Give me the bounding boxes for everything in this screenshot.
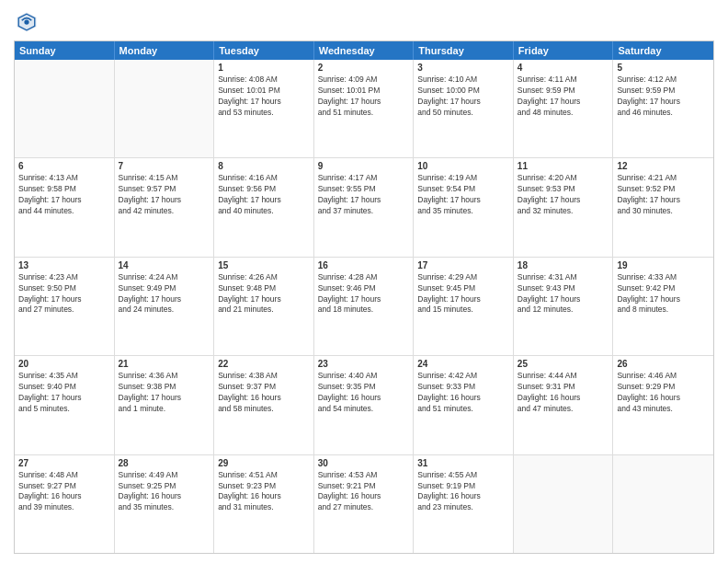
cell-info-line: Sunset: 9:46 PM bbox=[318, 283, 410, 294]
day-number: 5 bbox=[617, 63, 710, 73]
cell-info-line: Sunset: 9:57 PM bbox=[119, 184, 210, 195]
cell-info-line: Sunrise: 4:29 AM bbox=[417, 272, 509, 283]
day-cell-26: 26Sunrise: 4:46 AMSunset: 9:29 PMDayligh… bbox=[613, 356, 713, 454]
week-row-3: 13Sunrise: 4:23 AMSunset: 9:50 PMDayligh… bbox=[15, 258, 713, 356]
day-cell-28: 28Sunrise: 4:49 AMSunset: 9:25 PMDayligh… bbox=[115, 455, 215, 553]
cell-info-line: Daylight: 17 hours bbox=[617, 97, 710, 108]
cell-info-line: and 8 minutes. bbox=[617, 304, 710, 316]
cell-info-line: and 31 minutes. bbox=[218, 502, 310, 513]
cell-info-line: Sunset: 10:01 PM bbox=[218, 86, 310, 97]
day-number: 20 bbox=[18, 359, 110, 369]
cell-info-line: Sunset: 9:55 PM bbox=[318, 184, 410, 195]
day-cell-20: 20Sunrise: 4:35 AMSunset: 9:40 PMDayligh… bbox=[15, 356, 115, 454]
day-cell-10: 10Sunrise: 4:19 AMSunset: 9:54 PMDayligh… bbox=[414, 158, 514, 256]
cell-info-line: Sunset: 9:42 PM bbox=[617, 283, 710, 294]
week-row-1: 1Sunrise: 4:08 AMSunset: 10:01 PMDayligh… bbox=[15, 60, 713, 158]
day-cell-25: 25Sunrise: 4:44 AMSunset: 9:31 PMDayligh… bbox=[514, 356, 614, 454]
cell-info-line: and 21 minutes. bbox=[218, 304, 310, 316]
cell-info-line: Sunset: 9:59 PM bbox=[518, 86, 609, 97]
week-row-4: 20Sunrise: 4:35 AMSunset: 9:40 PMDayligh… bbox=[15, 356, 713, 454]
day-number: 11 bbox=[518, 161, 609, 171]
day-cell-13: 13Sunrise: 4:23 AMSunset: 9:50 PMDayligh… bbox=[15, 258, 115, 355]
cell-info-line: Daylight: 16 hours bbox=[417, 491, 509, 502]
cell-info-line: Sunset: 9:43 PM bbox=[518, 283, 609, 294]
day-cell-31: 31Sunrise: 4:55 AMSunset: 9:19 PMDayligh… bbox=[414, 455, 514, 553]
day-cell-19: 19Sunrise: 4:33 AMSunset: 9:42 PMDayligh… bbox=[613, 258, 713, 355]
cell-info-line: Sunset: 9:50 PM bbox=[18, 283, 110, 294]
day-number: 28 bbox=[119, 458, 210, 468]
day-number: 10 bbox=[417, 161, 509, 171]
cell-info-line: Sunset: 9:58 PM bbox=[18, 184, 110, 195]
day-number: 15 bbox=[218, 260, 310, 270]
day-cell-21: 21Sunrise: 4:36 AMSunset: 9:38 PMDayligh… bbox=[115, 356, 215, 454]
cell-info-line: Sunrise: 4:51 AM bbox=[218, 470, 310, 481]
day-cell-17: 17Sunrise: 4:29 AMSunset: 9:45 PMDayligh… bbox=[414, 258, 514, 355]
cell-info-line: Daylight: 17 hours bbox=[218, 195, 310, 206]
cell-info-line: and 54 minutes. bbox=[318, 404, 410, 415]
cell-info-line: Sunset: 9:31 PM bbox=[518, 382, 609, 393]
day-number: 23 bbox=[318, 359, 410, 369]
day-cell-24: 24Sunrise: 4:42 AMSunset: 9:33 PMDayligh… bbox=[414, 356, 514, 454]
cell-info-line: and 15 minutes. bbox=[417, 304, 509, 316]
cell-info-line: Sunset: 9:40 PM bbox=[18, 382, 110, 393]
cell-info-line: Sunset: 10:01 PM bbox=[318, 86, 410, 97]
cell-info-line: Sunrise: 4:42 AM bbox=[417, 371, 509, 382]
cell-info-line: Daylight: 17 hours bbox=[218, 294, 310, 305]
cell-info-line: Sunset: 9:25 PM bbox=[119, 481, 210, 492]
day-cell-4: 4Sunrise: 4:11 AMSunset: 9:59 PMDaylight… bbox=[514, 60, 614, 157]
cell-info-line: Daylight: 17 hours bbox=[617, 195, 710, 206]
cell-info-line: Daylight: 17 hours bbox=[119, 195, 210, 206]
cell-info-line: Sunset: 9:52 PM bbox=[617, 184, 710, 195]
cell-info-line: Daylight: 17 hours bbox=[119, 294, 210, 305]
cell-info-line: Daylight: 16 hours bbox=[18, 491, 110, 502]
header bbox=[14, 9, 714, 35]
week-row-2: 6Sunrise: 4:13 AMSunset: 9:58 PMDaylight… bbox=[15, 158, 713, 257]
logo-icon bbox=[14, 9, 40, 35]
cell-info-line: and 18 minutes. bbox=[318, 304, 410, 316]
cell-info-line: Sunrise: 4:35 AM bbox=[18, 371, 110, 382]
cell-info-line: Daylight: 16 hours bbox=[218, 393, 310, 404]
cell-info-line: Sunset: 9:49 PM bbox=[119, 283, 210, 294]
calendar-header: SundayMondayTuesdayWednesdayThursdayFrid… bbox=[15, 41, 713, 60]
day-number: 9 bbox=[318, 161, 410, 171]
day-cell-3: 3Sunrise: 4:10 AMSunset: 10:00 PMDayligh… bbox=[414, 60, 514, 157]
day-number: 14 bbox=[119, 260, 210, 270]
day-of-week-thursday: Thursday bbox=[414, 41, 514, 60]
calendar-body: 1Sunrise: 4:08 AMSunset: 10:01 PMDayligh… bbox=[15, 60, 713, 553]
day-number: 16 bbox=[318, 260, 410, 270]
cell-info-line: Sunrise: 4:28 AM bbox=[318, 272, 410, 283]
cell-info-line: and 43 minutes. bbox=[617, 404, 710, 415]
cell-info-line: Sunrise: 4:08 AM bbox=[218, 75, 310, 86]
cell-info-line: and 40 minutes. bbox=[218, 206, 310, 217]
day-number: 1 bbox=[218, 63, 310, 73]
cell-info-line: Daylight: 17 hours bbox=[119, 393, 210, 404]
cell-info-line: Daylight: 17 hours bbox=[18, 294, 110, 305]
cell-info-line: Sunset: 9:37 PM bbox=[218, 382, 310, 393]
day-of-week-monday: Monday bbox=[115, 41, 215, 60]
day-number: 22 bbox=[218, 359, 310, 369]
cell-info-line: Sunset: 9:56 PM bbox=[218, 184, 310, 195]
cell-info-line: Daylight: 17 hours bbox=[417, 195, 509, 206]
day-cell-11: 11Sunrise: 4:20 AMSunset: 9:53 PMDayligh… bbox=[514, 158, 614, 256]
cell-info-line: and 5 minutes. bbox=[18, 404, 110, 415]
cell-info-line: Sunset: 9:33 PM bbox=[417, 382, 509, 393]
cell-info-line: Daylight: 17 hours bbox=[518, 97, 609, 108]
cell-info-line: Daylight: 16 hours bbox=[119, 491, 210, 502]
day-of-week-friday: Friday bbox=[514, 41, 614, 60]
cell-info-line: and 39 minutes. bbox=[18, 502, 110, 513]
cell-info-line: and 44 minutes. bbox=[18, 206, 110, 217]
cell-info-line: Sunset: 9:35 PM bbox=[318, 382, 410, 393]
day-cell-6: 6Sunrise: 4:13 AMSunset: 9:58 PMDaylight… bbox=[15, 158, 115, 256]
empty-cell bbox=[115, 60, 215, 157]
cell-info-line: and 1 minute. bbox=[119, 404, 210, 415]
day-cell-23: 23Sunrise: 4:40 AMSunset: 9:35 PMDayligh… bbox=[314, 356, 415, 454]
cell-info-line: Daylight: 17 hours bbox=[518, 195, 609, 206]
cell-info-line: Sunset: 9:29 PM bbox=[617, 382, 710, 393]
cell-info-line: and 24 minutes. bbox=[119, 304, 210, 316]
cell-info-line: Daylight: 17 hours bbox=[318, 195, 410, 206]
cell-info-line: Sunrise: 4:20 AM bbox=[518, 173, 609, 184]
day-number: 2 bbox=[318, 63, 410, 73]
cell-info-line: Sunrise: 4:23 AM bbox=[18, 272, 110, 283]
day-cell-5: 5Sunrise: 4:12 AMSunset: 9:59 PMDaylight… bbox=[613, 60, 713, 157]
cell-info-line: Sunset: 9:21 PM bbox=[318, 481, 410, 492]
